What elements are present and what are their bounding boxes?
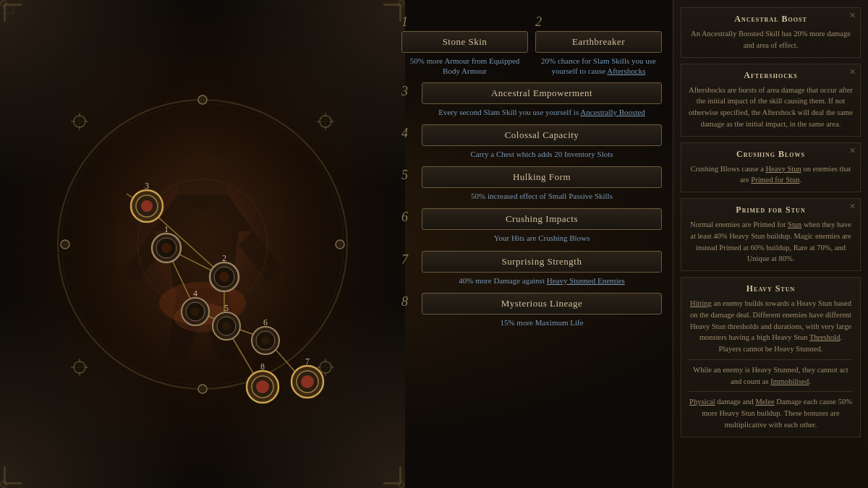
svg-point-51 [261, 336, 270, 345]
surprising-strength-desc: 40% more Damage against Heavy Stunned En… [422, 275, 662, 286]
ancestrally-boosted-link[interactable]: Ancestrally Boosted [580, 108, 645, 116]
stone-skin-desc: 50% more Armour from Equipped Body Armou… [401, 56, 528, 77]
skill-item-number-7: 7 [401, 252, 416, 267]
tooltip-text-primed: Normal enemies are Primed for Stun when … [689, 219, 853, 265]
svg-point-25 [198, 95, 207, 104]
colossal-capacity-desc: Carry a Chest which adds 20 Inventory Sl… [422, 149, 662, 159]
mysterious-lineage-button[interactable]: Mysterious Lineage [422, 293, 662, 314]
skill-tree-circle: 1 2 3 [40, 82, 365, 407]
stun-link-1[interactable]: Stun [788, 221, 801, 228]
primed-link-1[interactable]: Primed for Stun [751, 176, 799, 184]
tooltip-title-ancestral-boost: Ancestral Boost [689, 14, 853, 25]
skill-item-content-4: Colossal Capacity Carry a Chest which ad… [422, 124, 662, 159]
svg-point-8 [58, 100, 347, 389]
skill-number-2: 2 [535, 14, 662, 30]
skill-item-content-8: Mysterious Lineage 15% more Maximum Life [422, 293, 662, 328]
colossal-capacity-button[interactable]: Colossal Capacity [422, 124, 662, 146]
tooltip-title-aftershocks: Aftershocks [689, 70, 853, 81]
tooltip-text-heavy-stun-3: Physical damage and Melee Damage each ca… [689, 396, 853, 430]
skill-item-content-7: Surprising Strength 40% more Damage agai… [422, 251, 662, 286]
tooltip-ancestral-boost: ✕ Ancestral Boost An Ancestrally Boosted… [681, 7, 861, 58]
tooltip-heavy-stun: Heavy Stun Hitting an enemy builds towar… [681, 277, 861, 437]
skill-node-3: 3 [131, 181, 163, 222]
svg-text:6: 6 [263, 317, 268, 328]
tooltip-text-crushing-blows: Crushing Blows cause a Heavy Stun on ene… [689, 163, 853, 187]
skill-list: 3 Ancestral Empowerment Every second Sla… [401, 82, 662, 328]
skill-node-8: 8 [247, 361, 278, 403]
crushing-impacts-desc: Your Hits are Crushing Blows [422, 233, 662, 243]
top-skill-2: 2 Earthbreaker 20% chance for Slam Skill… [535, 14, 662, 77]
svg-point-39 [141, 200, 153, 212]
tooltip-close-primed[interactable]: ✕ [849, 202, 856, 211]
skill-item-7: 7 Surprising Strength 40% more Damage ag… [401, 251, 662, 286]
svg-text:5: 5 [224, 303, 229, 313]
top-skill-1: 1 Stone Skin 50% more Armour from Equipp… [401, 14, 528, 77]
left-panel: 1 2 3 [0, 0, 405, 488]
heavy-stunned-link[interactable]: Heavy Stunned Enemies [547, 276, 625, 285]
svg-point-28 [61, 240, 69, 249]
skill-item-number-8: 8 [401, 294, 416, 309]
svg-text:2: 2 [222, 253, 226, 263]
skill-item-6: 6 Crushing Impacts Your Hits are Crushin… [401, 208, 662, 243]
hulking-form-button[interactable]: Hulking Form [422, 166, 662, 188]
svg-point-26 [336, 240, 344, 249]
tooltip-primed-for-stun: ✕ Primed for Stun Normal enemies are Pri… [681, 198, 861, 271]
corner-ornament-tl [0, 0, 58, 58]
crushing-impacts-button[interactable]: Crushing Impacts [422, 208, 662, 230]
svg-text:7: 7 [305, 356, 310, 367]
tooltip-text-ancestral-boost: An Ancestrally Boosted Skill has 20% mor… [689, 28, 853, 51]
skill-node-5: 5 [213, 303, 240, 340]
earthbreaker-button[interactable]: Earthbreaker [535, 31, 662, 53]
top-skills-row: 1 Stone Skin 50% more Armour from Equipp… [401, 14, 662, 77]
skill-item-number-4: 4 [401, 126, 416, 141]
svg-point-22 [320, 116, 331, 127]
tooltip-title-primed: Primed for Stun [689, 205, 853, 215]
corner-ornament-bl [0, 430, 58, 488]
aftershocks-link[interactable]: Aftershocks [607, 67, 645, 75]
character-art: 1 2 3 [0, 0, 405, 488]
skill-item-8: 8 Mysterious Lineage 15% more Maximum Li… [401, 293, 662, 328]
skill-item-content-6: Crushing Impacts Your Hits are Crushing … [422, 208, 662, 243]
earthbreaker-desc: 20% chance for Slam Skills you use yours… [535, 56, 662, 77]
hitting-link[interactable]: Hitting [690, 299, 712, 307]
svg-point-47 [222, 322, 231, 330]
skill-item-4: 4 Colossal Capacity Carry a Chest which … [401, 124, 662, 159]
svg-point-9 [61, 103, 344, 385]
heavy-stun-link-1[interactable]: Heavy Stun [766, 165, 801, 173]
skill-item-content-3: Ancestral Empowerment Every second Slam … [422, 82, 662, 117]
svg-text:3: 3 [145, 181, 149, 191]
hulking-form-desc: 50% increased effect of Small Passive Sk… [422, 191, 662, 201]
stun-threshold-link[interactable]: Threshold [809, 333, 841, 341]
svg-point-55 [301, 375, 314, 388]
right-panel: ✕ Ancestral Boost An Ancestrally Boosted… [673, 0, 868, 488]
skill-node-1: 1 [152, 224, 181, 262]
tooltip-text-aftershocks: Aftershocks are bursts of area damage th… [689, 85, 853, 130]
tooltip-close-aftershocks[interactable]: ✕ [849, 67, 856, 77]
stone-skin-button[interactable]: Stone Skin [401, 31, 528, 53]
surprising-strength-button[interactable]: Surprising Strength [422, 251, 662, 273]
immobilised-link[interactable]: Immobilised [770, 377, 809, 385]
tooltip-close-ancestral[interactable]: ✕ [849, 11, 856, 20]
ancestral-empowerment-button[interactable]: Ancestral Empowerment [422, 82, 662, 104]
tooltip-aftershocks: ✕ Aftershocks Aftershocks are bursts of … [681, 64, 861, 137]
skill-node-2: 2 [210, 253, 239, 291]
physical-link[interactable]: Physical [689, 398, 715, 406]
skill-item-5: 5 Hulking Form 50% increased effect of S… [401, 166, 662, 201]
tooltip-close-crushing-blows[interactable]: ✕ [849, 146, 856, 155]
svg-point-27 [198, 385, 207, 393]
tooltip-title-heavy-stun: Heavy Stun [689, 283, 853, 294]
svg-point-23 [74, 361, 85, 373]
svg-text:1: 1 [164, 224, 169, 234]
skill-node-7: 7 [292, 356, 323, 398]
skill-item-number-3: 3 [401, 84, 416, 99]
svg-point-43 [191, 307, 200, 316]
melee-link[interactable]: Melee [755, 398, 774, 406]
skill-item-3: 3 Ancestral Empowerment Every second Sla… [401, 82, 662, 117]
tooltip-crushing-blows: ✕ Crushing Blows Crushing Blows cause a … [681, 142, 861, 193]
skill-node-4: 4 [182, 288, 209, 325]
svg-point-35 [219, 272, 229, 282]
mysterious-lineage-desc: 15% more Maximum Life [422, 317, 662, 328]
svg-point-21 [74, 116, 85, 127]
tooltip-text-heavy-stun-2: While an enemy is Heavy Stunned, they ca… [689, 364, 853, 388]
tooltip-title-crushing-blows: Crushing Blows [689, 149, 853, 160]
